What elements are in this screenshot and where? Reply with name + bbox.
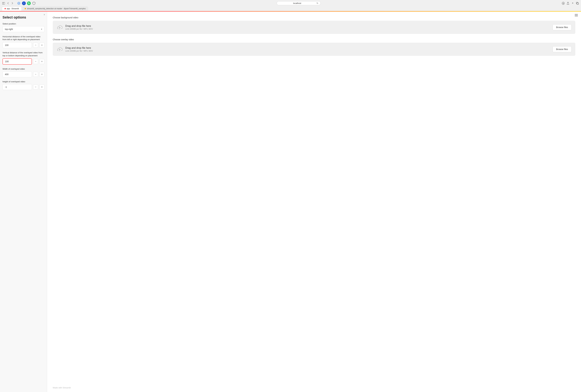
v-dist-group: Vertical distance of the overlayed video… (2, 51, 44, 64)
h-dist-input[interactable]: 100 (2, 42, 32, 48)
h-dist-plus-button[interactable]: + (40, 43, 44, 48)
tab-1-label: app · Streamlit (7, 7, 19, 10)
hamburger-line-2 (575, 15, 578, 15)
sidebar-title: Select options (2, 15, 44, 19)
tab-dot-1 (4, 8, 6, 9)
browser-actions: + (562, 1, 579, 5)
hamburger-menu-button[interactable] (575, 14, 578, 16)
svg-rect-1 (2, 2, 5, 4)
chevron-down-icon: ▾ (41, 28, 42, 30)
svg-rect-8 (577, 3, 578, 4)
width-input[interactable]: 400 (2, 71, 32, 77)
width-plus-button[interactable]: + (40, 72, 44, 77)
height-group: height of overlayed video -1 − + (2, 80, 44, 90)
width-group: Width of overlayed video 400 − + (2, 68, 44, 77)
cloud-upload-icon-2 (56, 46, 63, 52)
tab-github[interactable]: streamlit_samples/obj_detection at maste… (22, 6, 88, 11)
windows-icon[interactable] (576, 1, 579, 5)
reload-icon[interactable]: ↻ (316, 2, 318, 4)
browse-files-button-1[interactable]: Browse files (552, 24, 572, 30)
upload2-sub-text: Limit 200MB per file • MP4, MOV (65, 50, 550, 52)
browser-toolbar: i ↻ localhost ↻ + (2, 1, 579, 6)
ext-globe-icon[interactable] (17, 1, 21, 5)
upload1-sub-text: Limit 200MB per file • MP4, MOV (65, 28, 550, 30)
tab-2-label: streamlit_samples/obj_detection at maste… (27, 7, 86, 10)
sidebar-close-button[interactable]: × (44, 13, 45, 16)
nav-icons (2, 1, 14, 5)
v-dist-label: Vertical distance of the overlayed video… (2, 51, 44, 57)
address-bar[interactable]: localhost ↻ (277, 1, 321, 5)
height-plus-button[interactable]: + (40, 84, 44, 90)
section2-label: Choose overlay video (53, 38, 575, 41)
v-dist-input-row: 100 − + (2, 58, 44, 65)
width-label: Width of overlayed video (2, 68, 44, 70)
width-input-row: 400 − + (2, 71, 44, 77)
svg-rect-0 (2, 2, 3, 4)
browser-chrome: i ↻ localhost ↻ + (0, 0, 581, 11)
cloud-upload-icon-1 (56, 24, 63, 30)
browser-content: × Select options Select position: top-ri… (0, 11, 581, 392)
height-label: height of overlayed video (2, 80, 44, 83)
upload1-main-text: Drag and drop file here (65, 25, 550, 27)
sidebar: × Select options Select position: top-ri… (0, 11, 47, 392)
h-dist-label: Horizontal distance of the overlayed vid… (2, 35, 44, 41)
v-dist-input[interactable]: 100 (2, 58, 32, 65)
upload2-main-text: Drag and drop file here (65, 47, 550, 49)
ext-shield-icon[interactable] (32, 1, 36, 5)
new-tab-icon[interactable]: + (571, 1, 574, 5)
hamburger-line-3 (575, 16, 578, 16)
browser-tabs: app · Streamlit streamlit_samples/obj_de… (2, 6, 579, 11)
section1-label: Choose background video (53, 16, 575, 19)
ext-green-icon[interactable]: ↻ (27, 1, 31, 5)
share-icon[interactable] (566, 1, 570, 5)
browse-files-button-2[interactable]: Browse files (552, 46, 572, 52)
back-icon[interactable] (6, 1, 10, 5)
upload1-text: Drag and drop file here Limit 200MB per … (65, 25, 550, 30)
hamburger-line-1 (575, 14, 578, 14)
tab-streamlit[interactable]: app · Streamlit (2, 6, 22, 11)
upload2-text: Drag and drop file here Limit 200MB per … (65, 47, 550, 52)
position-group: Select position: top-right ▾ (2, 22, 44, 32)
v-dist-minus-button[interactable]: − (33, 59, 38, 64)
v-dist-plus-button[interactable]: + (40, 59, 44, 64)
height-minus-button[interactable]: − (33, 84, 38, 90)
position-label: Select position: (2, 22, 44, 25)
h-dist-input-row: 100 − + (2, 42, 44, 48)
tab-dot-2 (25, 8, 26, 9)
browser-extensions: i ↻ (17, 1, 36, 5)
h-dist-minus-button[interactable]: − (33, 43, 38, 48)
height-input-row: -1 − + (2, 84, 44, 90)
address-text: localhost (279, 2, 315, 4)
position-value: top-right (5, 28, 13, 30)
address-bar-wrapper: localhost ↻ (37, 1, 560, 5)
forward-icon[interactable] (11, 1, 14, 5)
background-upload-area[interactable]: Drag and drop file here Limit 200MB per … (53, 21, 575, 34)
sidebar-toggle-icon[interactable] (2, 1, 5, 5)
main-content: Choose background video Drag and drop fi… (47, 11, 581, 392)
h-dist-group: Horizontal distance of the overlayed vid… (2, 35, 44, 48)
position-select[interactable]: top-right ▾ (2, 26, 44, 32)
height-input[interactable]: -1 (2, 84, 32, 90)
download-icon[interactable] (562, 1, 565, 5)
ext-i-icon[interactable]: i (22, 1, 26, 5)
overlay-upload-area[interactable]: Drag and drop file here Limit 200MB per … (53, 43, 575, 56)
footer-text: Made with Streamlit (53, 387, 71, 389)
width-minus-button[interactable]: − (33, 72, 38, 77)
